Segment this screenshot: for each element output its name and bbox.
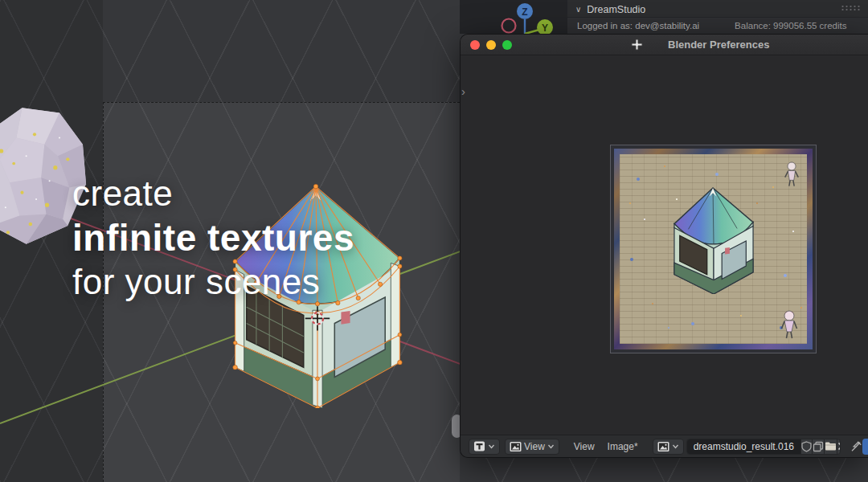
open-image-button[interactable] xyxy=(824,439,837,454)
image-house-sprite xyxy=(673,186,755,294)
panel-collapse-icon[interactable]: ∨ xyxy=(575,6,581,14)
close-icon xyxy=(837,442,841,451)
image-icon xyxy=(510,441,522,452)
gizmo-x-axis[interactable] xyxy=(502,19,516,33)
new-image-button[interactable] xyxy=(812,439,824,454)
fake-user-button[interactable] xyxy=(800,439,812,454)
image-editor-area[interactable]: › xyxy=(461,56,868,435)
marketing-overlay: create infinite textures for your scenes xyxy=(72,172,354,303)
dreamstudio-panel: ∨ DreamStudio Logged in as: dev@stabilit… xyxy=(567,0,868,34)
gizmo-z-label: Z xyxy=(522,6,527,18)
editor-type-dropdown[interactable] xyxy=(469,439,500,455)
gizmo-y-label: Y xyxy=(542,22,548,34)
unlink-button[interactable] xyxy=(837,439,841,454)
image-character-bottom xyxy=(780,310,799,339)
navigation-gizmo[interactable]: Z Y xyxy=(489,0,563,39)
image-datablock-dropdown[interactable] xyxy=(653,439,684,455)
folder-icon xyxy=(825,441,837,451)
chevron-down-icon xyxy=(672,443,679,450)
image-character-top xyxy=(783,161,800,188)
move-cursor-icon xyxy=(631,39,643,51)
window-title: Blender Preferences xyxy=(668,39,769,51)
blender-preferences-window: Blender Preferences › xyxy=(460,34,868,458)
image-icon xyxy=(657,441,669,452)
window-titlebar[interactable]: Blender Preferences xyxy=(461,35,868,55)
image-sparkle-border xyxy=(614,149,813,349)
overlay-line-3: for your scenes xyxy=(72,260,354,304)
sidebar-toggle-arrow[interactable]: › xyxy=(461,85,465,97)
panel-drag-dots-icon[interactable] xyxy=(841,5,862,11)
image-name-field[interactable]: dreamstudio_result.016 xyxy=(687,439,800,454)
menu-image[interactable]: Image* xyxy=(608,441,638,452)
shield-icon xyxy=(801,441,812,452)
overlay-line-2: infinite textures xyxy=(72,215,354,260)
logged-in-label: Logged in as: dev@stability.ai xyxy=(577,21,699,31)
top-viewport-strip: Z Y ∨ DreamStudio Logged in as: dev@stab… xyxy=(460,0,868,34)
image-datablock-field: dreamstudio_result.016 xyxy=(686,439,841,455)
dreamstudio-panel-title[interactable]: DreamStudio xyxy=(587,4,645,15)
editor-type-icon xyxy=(473,440,485,452)
display-mode-dropdown[interactable]: View xyxy=(505,439,559,455)
editor-corner-chip xyxy=(862,439,868,455)
pin-button[interactable] xyxy=(850,440,862,452)
image-editor-header: View View Image* dreamstudio_re xyxy=(461,435,868,457)
chevron-down-icon xyxy=(547,443,555,450)
duplicate-icon xyxy=(813,441,824,452)
pin-icon xyxy=(850,440,862,452)
balance-label: Balance: 999056.55 credits xyxy=(735,21,846,31)
screen: create infinite textures for your scenes… xyxy=(0,0,868,482)
image-brick-background xyxy=(620,154,807,344)
image-sparkle-specks xyxy=(620,154,621,156)
minimize-window-button[interactable] xyxy=(486,40,496,50)
overlay-line-1: create xyxy=(72,172,354,215)
close-window-button[interactable] xyxy=(470,40,480,50)
display-mode-value: View xyxy=(524,441,545,452)
chevron-down-icon xyxy=(488,443,495,450)
zoom-window-button[interactable] xyxy=(502,40,512,50)
menu-view[interactable]: View xyxy=(574,441,595,452)
generated-image-canvas[interactable] xyxy=(610,145,817,353)
